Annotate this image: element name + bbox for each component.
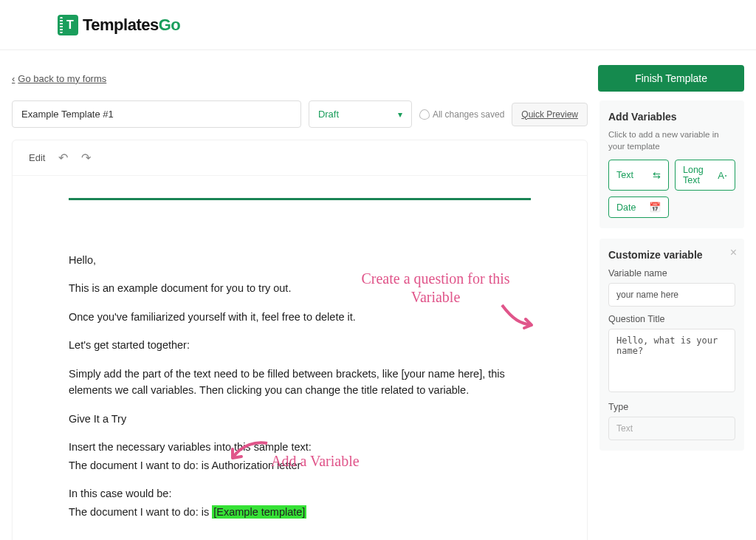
calendar-icon: 📅 <box>649 202 661 213</box>
logo-text: TemplatesGo <box>83 16 180 35</box>
editor-toolbar: Edit ↶ ↷ <box>13 140 587 176</box>
saved-status-text: All changes saved <box>433 109 504 120</box>
back-link-label: Go back to my forms <box>18 73 106 84</box>
chip-label: Date <box>616 202 636 213</box>
doc-paragraph: Once you've familiarized yourself with i… <box>69 309 531 325</box>
doc-paragraph: The document I want to do: is [Example t… <box>69 504 531 520</box>
field-label-question-title: Question Title <box>608 314 735 324</box>
variable-type-input[interactable] <box>608 417 735 440</box>
logo[interactable]: T TemplatesGo <box>58 15 180 35</box>
doc-paragraph: Let's get started together: <box>69 337 531 353</box>
right-column: Add Variables Click to add a new variabl… <box>599 100 744 461</box>
back-link[interactable]: ‹ Go back to my forms <box>12 73 106 84</box>
panel-hint: Click to add a new variable in your temp… <box>608 129 735 152</box>
cloud-icon <box>419 109 430 120</box>
chip-label: Text <box>616 170 633 180</box>
panel-title: Customize variable <box>608 249 735 261</box>
variable-chip-text[interactable]: Text ⇆ <box>608 160 669 191</box>
doc-paragraph: In this case would be: <box>69 485 531 502</box>
undo-icon[interactable]: ↶ <box>58 151 68 165</box>
editor-card: Edit ↶ ↷ Hello, This is an example docum… <box>12 140 588 540</box>
doc-text: The document I want to do: is <box>69 506 212 518</box>
doc-paragraph: Simply add the part of the text need to … <box>69 366 531 399</box>
redo-icon[interactable]: ↷ <box>81 151 91 165</box>
long-text-icon: A⋅ <box>718 170 727 181</box>
quick-preview-button[interactable]: Quick Preview <box>512 103 588 126</box>
doc-paragraph: This is an example document for you to t… <box>69 280 531 296</box>
document-divider <box>69 198 531 200</box>
doc-paragraph: Hello, <box>69 252 531 268</box>
add-variables-panel: Add Variables Click to add a new variabl… <box>599 100 744 228</box>
top-bar: T TemplatesGo <box>0 0 756 50</box>
edit-menu[interactable]: Edit <box>29 152 45 163</box>
left-column: Draft ▾ All changes saved Quick Preview … <box>12 100 588 540</box>
logo-mark-icon: T <box>58 15 78 35</box>
doc-paragraph: Insert the necessary variables into this… <box>69 439 531 455</box>
text-width-icon: ⇆ <box>653 170 661 181</box>
doc-paragraph: Give It a Try <box>69 411 531 427</box>
chevron-down-icon: ▾ <box>398 109 402 120</box>
panel-title: Add Variables <box>608 111 735 123</box>
variable-highlight[interactable]: [Example template] <box>212 505 306 519</box>
variable-chips: Text ⇆ Long Text A⋅ Date 📅 <box>608 160 735 218</box>
variable-chip-date[interactable]: Date 📅 <box>608 196 669 218</box>
customize-variable-panel: × Customize variable Variable name Quest… <box>599 239 744 451</box>
question-title-input[interactable]: Hello, what is your name? <box>608 329 735 392</box>
status-select[interactable]: Draft ▾ <box>309 100 412 128</box>
finish-template-button[interactable]: Finish Template <box>598 65 744 92</box>
meta-row: Draft ▾ All changes saved Quick Preview <box>12 100 588 128</box>
document-body[interactable]: Hello, This is an example document for y… <box>13 176 587 540</box>
variable-chip-long-text[interactable]: Long Text A⋅ <box>675 160 735 191</box>
logo-text-accent: Go <box>159 16 181 34</box>
status-value: Draft <box>318 109 339 120</box>
variable-name-input[interactable] <box>608 283 735 307</box>
chip-label: Long Text <box>683 165 718 185</box>
logo-text-main: Templates <box>83 16 159 34</box>
saved-status: All changes saved <box>419 109 504 120</box>
template-title-input[interactable] <box>12 100 301 128</box>
action-row: ‹ Go back to my forms Finish Template <box>0 50 756 100</box>
chevron-left-icon: ‹ <box>12 73 15 84</box>
field-label-variable-name: Variable name <box>608 268 735 278</box>
field-label-type: Type <box>608 402 735 412</box>
main-layout: Draft ▾ All changes saved Quick Preview … <box>0 100 756 540</box>
doc-paragraph: The document I want to do: is Authorizat… <box>69 457 531 474</box>
close-icon[interactable]: × <box>730 246 737 259</box>
